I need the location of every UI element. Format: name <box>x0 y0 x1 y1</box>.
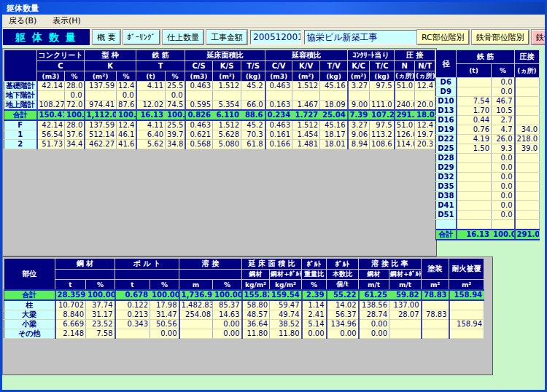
rebar-cell <box>515 192 540 201</box>
main-row-label: 1 <box>4 130 37 140</box>
steel-cell <box>449 310 484 320</box>
project-name-field[interactable]: 協栄ビル新築工事 <box>304 30 417 44</box>
steel-cell: 10.702 <box>55 300 86 310</box>
main-row-label: F <box>4 120 37 130</box>
unit: (m²) <box>85 71 117 82</box>
main-cell: 0.0 <box>65 91 85 101</box>
finish-quantity-button[interactable]: 仕上数量 <box>163 30 203 44</box>
steel-cell <box>449 300 484 310</box>
unit: % <box>86 280 115 291</box>
spacer <box>179 270 242 280</box>
group-fireproof: 耐火被覆 <box>449 259 484 280</box>
menu-back[interactable]: 戻る(B) <box>2 15 43 27</box>
main-cell: 0.826 <box>185 110 213 120</box>
main-cell <box>136 91 166 101</box>
steel-cell <box>422 300 449 310</box>
main-row-label: 地下階計 <box>4 91 37 101</box>
rebar-cell <box>515 173 540 182</box>
rebar-cell <box>515 182 540 192</box>
steel-cell: 28.07 <box>389 310 422 320</box>
construction-cost-button[interactable]: 工事金額 <box>206 30 247 44</box>
main-cell: 137.59 <box>85 120 117 130</box>
rebar-cell: 0.0 <box>492 87 515 97</box>
rebar-row-label <box>436 220 457 230</box>
steel-cell: 58.80 <box>242 300 270 310</box>
steel-cell: 0.00 <box>213 320 242 329</box>
main-cell: 0.234 <box>265 110 292 120</box>
unit: (ヵ所) <box>415 71 435 82</box>
rebar-diameter-table: 径 鉄 筋 圧接 (t) % (ヵ所) D60.0D90.0D107.5446.… <box>435 50 540 240</box>
rebar-cell: 39.0 <box>515 144 540 154</box>
rebar-cell <box>457 87 492 97</box>
unit: (m²) <box>213 71 241 82</box>
main-cell: 4.11 <box>136 82 166 91</box>
main-cell: 1.467 <box>292 101 320 111</box>
rebar-row: D60.0 <box>436 78 540 87</box>
unit: 個/t <box>327 280 359 291</box>
rebar-row-label: D25 <box>436 144 457 154</box>
main-cell: 1.727 <box>292 110 320 120</box>
rebar-row-label: D16 <box>436 116 457 125</box>
rebar-cell: 1.50 <box>457 144 492 154</box>
main-cell: 0.463 <box>265 120 292 130</box>
group-bolt-count: ﾎﾞﾙﾄ <box>327 259 359 270</box>
rebar-cell: 2.7 <box>492 116 515 125</box>
unit: m/t <box>389 280 422 291</box>
main-cell: 113.2 <box>370 130 395 140</box>
main-cell: 25.5 <box>166 120 185 130</box>
steel-cell: 134.96 <box>327 320 359 329</box>
rc-by-floor-button[interactable]: RC部位階別 <box>417 30 469 44</box>
steel-cell <box>115 329 150 339</box>
main-cell: 1.512 <box>292 120 320 130</box>
sub-steel: 鋼材 <box>359 270 389 280</box>
subhead-ks: K/S <box>213 61 241 71</box>
main-cell: 108.6 <box>370 140 395 149</box>
boring-button[interactable]: ﾎﾞｰﾘﾝｸﾞ <box>123 30 160 44</box>
unit: (kg) <box>241 71 265 82</box>
rebar-cell <box>457 220 492 230</box>
steel-cell: 31.17 <box>86 310 115 320</box>
subhead-nt: N/T <box>415 61 435 71</box>
steel-cell: 11.80 <box>242 329 270 339</box>
rebar-cell <box>457 154 492 163</box>
rebar-row-label: D41 <box>436 201 457 211</box>
main-row: 地下階計0.00.00.0 <box>4 91 435 101</box>
header-diameter: 径 <box>436 50 457 78</box>
main-cell: 9.06 <box>348 130 370 140</box>
rebar-cell <box>515 106 540 116</box>
main-cell: 51.0 <box>395 82 415 91</box>
rebar-row: D131.7010.5 <box>436 106 540 116</box>
rebar-cell <box>457 163 492 173</box>
main-cell: 34.8 <box>166 140 185 149</box>
steel-cell: 1,736.91 <box>179 290 213 300</box>
overview-button[interactable]: 概 要 <box>93 30 120 44</box>
steel-cell: 100.00 <box>86 290 115 300</box>
steel-cell: 14.02 <box>327 300 359 310</box>
rebar-cell <box>515 116 540 125</box>
main-cell: 1.512 <box>292 82 320 91</box>
subhead-cs: C/S <box>185 61 213 71</box>
main-cell: 5.354 <box>213 101 241 111</box>
rebar-cell: 218.0 <box>515 135 540 144</box>
steel-cell: 5.14 <box>302 320 327 329</box>
menu-view[interactable]: 表示(H) <box>46 15 88 27</box>
group-pressure-weld: 圧 接 <box>395 50 435 61</box>
group-bolt: ボ ル ト <box>115 259 179 270</box>
main-cell: 0.0 <box>117 91 136 101</box>
rebar-cell <box>457 192 492 201</box>
main-cell: 126.0 <box>395 130 415 140</box>
sub-steel-bolt: 鋼材+ﾎﾞﾙﾄ <box>389 270 422 280</box>
unit: (m²) <box>348 71 370 82</box>
steel-cell: 158.94 <box>449 320 484 329</box>
menu-bar: 戻る(B) 表示(H) <box>2 15 545 28</box>
unit: (m3) <box>265 71 292 82</box>
steel-by-floor-button[interactable]: 鉄骨部位階別 <box>472 30 529 44</box>
steel-cell: 0.00 <box>213 329 242 339</box>
unit: % <box>492 64 515 78</box>
steel-cell: 28.74 <box>359 310 389 320</box>
steel-floor-summary-button[interactable]: 鉄骨階別集計 <box>532 30 547 44</box>
main-cell: 18.17 <box>320 130 348 140</box>
project-code-field[interactable]: 200512001 <box>250 30 301 44</box>
main-cell: 56.54 <box>37 130 65 140</box>
rebar-cell: 4.19 <box>457 135 492 144</box>
